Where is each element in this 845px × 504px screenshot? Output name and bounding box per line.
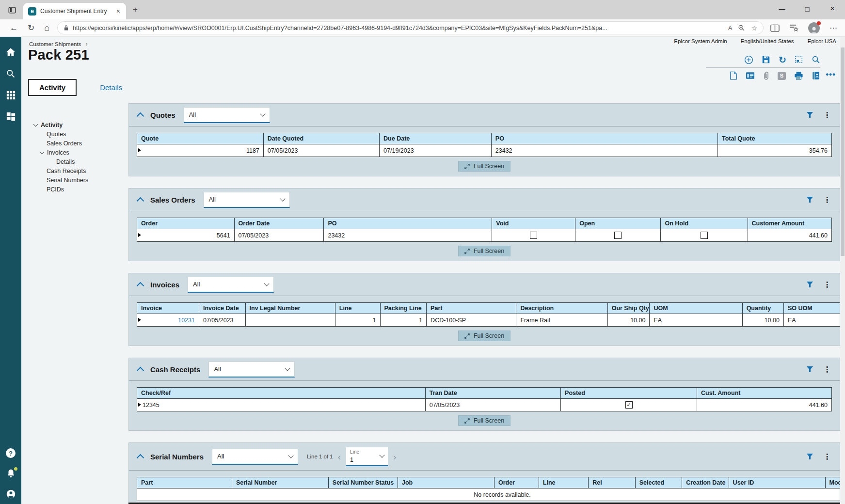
col-job[interactable]: Job	[398, 477, 494, 488]
collapse-chevron-icon[interactable]	[137, 282, 144, 289]
notifications-bell-icon[interactable]	[6, 469, 16, 478]
filter-icon[interactable]	[806, 453, 813, 460]
col-check-ref[interactable]: Check/Ref	[137, 388, 426, 399]
save-icon[interactable]	[762, 55, 770, 64]
col-invoice-date[interactable]: Invoice Date	[199, 303, 245, 314]
filter-icon[interactable]	[806, 196, 813, 203]
collapse-chevron-icon[interactable]	[137, 112, 144, 120]
sales-orders-row[interactable]: 5641 07/05/2023 23432 441.60	[137, 229, 832, 242]
tree-item-invoices[interactable]: Invoices	[34, 148, 128, 157]
address-bar[interactable]: https://epicorsi/kinetic/apps/erp/home/#…	[57, 21, 764, 34]
col-po[interactable]: PO	[491, 133, 717, 144]
close-window-button[interactable]: ×	[829, 4, 836, 14]
col-total-quote[interactable]: Total Quote	[717, 133, 831, 144]
previous-line-icon[interactable]: ‹	[338, 452, 341, 461]
apps-grid-icon[interactable]	[6, 91, 16, 100]
address-book-icon[interactable]	[812, 71, 820, 80]
split-screen-icon[interactable]	[770, 24, 780, 32]
breadcrumb-link[interactable]: Customer Shipments	[29, 41, 81, 47]
col-part[interactable]: Part	[427, 303, 516, 314]
col-serial-number[interactable]: Serial Number	[232, 477, 328, 488]
col-quantity[interactable]: Quantity	[742, 303, 783, 314]
col-our-ship-qty[interactable]: Our Ship Qty	[607, 303, 650, 314]
maximize-button[interactable]: □	[803, 5, 811, 13]
invoices-row[interactable]: 10231 07/05/2023 1 1 DCD-100-SP Frame Ra…	[137, 314, 840, 327]
posted-checkbox[interactable]: ✓	[625, 401, 633, 409]
invoices-full-screen-button[interactable]: Full Screen	[458, 331, 510, 341]
kebab-menu-icon[interactable]: ⋮	[823, 452, 831, 461]
cash-receipts-row[interactable]: 12345 07/05/2023 ✓ 441.60	[137, 399, 832, 411]
browser-zoom-icon[interactable]	[738, 24, 745, 32]
tree-item-serial-numbers[interactable]: Serial Numbers	[34, 175, 128, 185]
tree-item-sales-orders[interactable]: Sales Orders	[34, 139, 128, 148]
col-line[interactable]: Line	[539, 477, 588, 488]
tab-close-icon[interactable]: ×	[115, 7, 121, 15]
read-aloud-icon[interactable]: A	[728, 25, 732, 32]
app-search-icon[interactable]	[812, 55, 820, 64]
col-modified-date[interactable]: ModifiedDate	[825, 477, 840, 488]
void-checkbox[interactable]	[530, 232, 537, 239]
col-on-hold[interactable]: On Hold	[661, 218, 748, 229]
col-part[interactable]: Part	[137, 477, 232, 488]
back-icon[interactable]: ←	[10, 23, 18, 33]
browser-tab[interactable]: e Customer Shipment Entry ×	[23, 3, 126, 19]
col-posted[interactable]: Posted	[561, 388, 697, 399]
kebab-menu-icon[interactable]: ⋮	[823, 110, 831, 120]
tree-item-invoice-details[interactable]: Details	[34, 157, 128, 166]
col-invoice[interactable]: Invoice	[137, 303, 199, 314]
quotes-filter-dropdown[interactable]: All	[184, 107, 270, 123]
col-creation-date[interactable]: Creation Date	[682, 477, 729, 488]
filter-icon[interactable]	[806, 366, 813, 373]
chevron-down-icon[interactable]	[40, 149, 45, 154]
minimize-button[interactable]: —	[778, 5, 786, 13]
col-quote[interactable]: Quote	[137, 133, 264, 144]
col-serial-number-status[interactable]: Serial Number Status	[328, 477, 398, 488]
dotted-square-icon[interactable]	[795, 55, 803, 64]
kebab-menu-icon[interactable]: ⋮	[823, 280, 831, 289]
quotes-row[interactable]: 1187 07/05/2023 07/19/2023 23432 354.76	[137, 144, 832, 157]
browser-menu-icon[interactable]: ⋯	[829, 23, 837, 32]
serial-numbers-filter-dropdown[interactable]: All	[212, 449, 298, 465]
open-checkbox[interactable]	[614, 232, 622, 239]
invoices-filter-dropdown[interactable]: All	[188, 277, 274, 293]
col-order[interactable]: Order	[137, 218, 235, 229]
col-open[interactable]: Open	[575, 218, 661, 229]
col-selected[interactable]: Selected	[635, 477, 682, 488]
tab-details[interactable]: Details	[100, 83, 122, 92]
vertical-scrollbar[interactable]	[840, 37, 845, 504]
attachment-icon[interactable]	[763, 71, 769, 80]
col-inv-legal-number[interactable]: Inv Legal Number	[245, 303, 335, 314]
tree-item-activity[interactable]: Activity	[34, 120, 128, 129]
browser-home-icon[interactable]: ⌂	[44, 23, 49, 33]
col-order[interactable]: Order	[494, 477, 539, 488]
page-refresh-icon[interactable]: ↻	[28, 23, 34, 33]
toolbar-overflow-button[interactable]: •••	[826, 70, 836, 79]
new-record-icon[interactable]	[744, 55, 753, 64]
sales-orders-full-screen-button[interactable]: Full Screen	[458, 246, 510, 256]
col-description[interactable]: Description	[516, 303, 607, 314]
collapse-chevron-icon[interactable]	[137, 197, 144, 205]
dashboard-icon[interactable]	[6, 112, 16, 121]
filter-icon[interactable]	[806, 281, 813, 288]
col-line[interactable]: Line	[335, 303, 380, 314]
cash-receipts-filter-dropdown[interactable]: All	[208, 362, 295, 378]
col-cust-amount[interactable]: Cust. Amount	[697, 388, 831, 399]
quotes-full-screen-button[interactable]: Full Screen	[458, 161, 510, 172]
home-icon[interactable]	[6, 47, 16, 57]
col-packing-line[interactable]: Packing Line	[380, 303, 427, 314]
kebab-menu-icon[interactable]: ⋮	[823, 365, 831, 374]
col-so-uom[interactable]: SO UOM	[783, 303, 840, 314]
on-hold-checkbox[interactable]	[701, 232, 708, 239]
scrollbar-thumb[interactable]	[841, 47, 845, 256]
col-order-date[interactable]: Order Date	[234, 218, 324, 229]
session-locale[interactable]: English/United States	[741, 38, 794, 44]
col-rel[interactable]: Rel	[589, 477, 635, 488]
col-uom[interactable]: UOM	[650, 303, 742, 314]
col-po[interactable]: PO	[324, 218, 492, 229]
url-text[interactable]: https://epicorsi/kinetic/apps/erp/home/#…	[73, 25, 722, 32]
tab-activity[interactable]: Activity	[28, 79, 77, 96]
tree-item-quotes[interactable]: Quotes	[34, 129, 128, 139]
profile-avatar[interactable]	[808, 22, 820, 34]
col-date-quoted[interactable]: Date Quoted	[263, 133, 379, 144]
tab-actions-icon[interactable]	[8, 6, 16, 15]
